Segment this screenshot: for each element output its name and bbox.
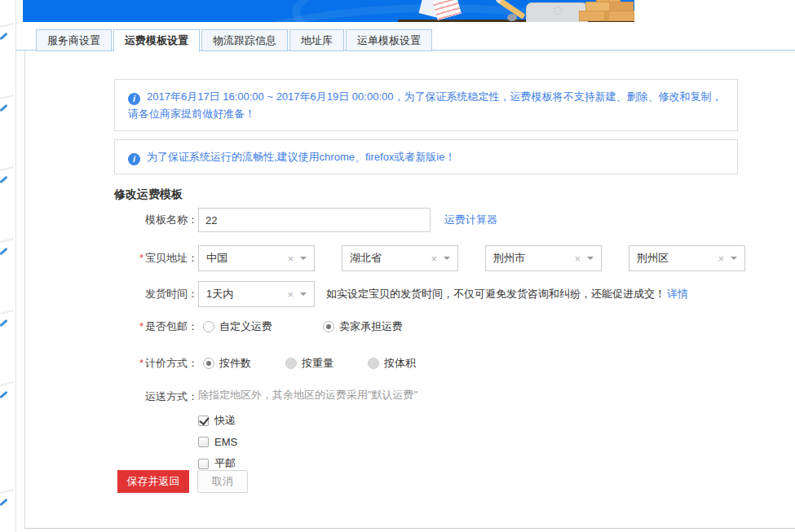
left-panel-sliver — [0, 0, 16, 532]
select-value: 荆州市 — [493, 251, 574, 266]
template-name-input[interactable] — [198, 208, 431, 232]
form-actions-row: 保存并返回 取消 — [114, 470, 248, 493]
chevron-down-icon[interactable] — [300, 292, 307, 299]
radio-icon[interactable] — [203, 321, 214, 332]
tab-shipping-template-settings[interactable]: 运费模板设置 — [113, 29, 200, 52]
system-maintenance-notice: i2017年6月17日 16:00:00 ~ 2017年6月19日 00:00:… — [114, 79, 738, 131]
item-address-label: *宝贝地址： — [114, 251, 198, 266]
shipping-method-options: 除指定地区外，其余地区的运费采用"默认运费" 快递 EMS 平邮 — [198, 388, 417, 471]
template-name-row: 模板名称： 运费计算器 — [114, 208, 497, 232]
shipping-method-label: 运送方式： — [114, 388, 198, 404]
divider-line — [0, 489, 14, 494]
radio-option-by-weight[interactable]: 按重量 — [280, 356, 333, 371]
address-select-city[interactable]: 荆州市 × — [485, 245, 602, 271]
info-icon: i — [128, 153, 140, 165]
laptop-logo — [554, 7, 562, 15]
divider-line — [0, 381, 14, 386]
radio-option-by-volume[interactable]: 按体积 — [363, 356, 416, 371]
box-illustration — [579, 11, 634, 21]
chevron-down-icon[interactable] — [300, 257, 307, 263]
select-value: 荆州区 — [637, 251, 718, 266]
tab-waybill-template-settings[interactable]: 运单模板设置 — [346, 29, 432, 51]
address-select-province[interactable]: 湖北省 × — [342, 245, 458, 271]
divider-line — [0, 23, 14, 28]
select-value: 1天内 — [206, 287, 287, 301]
free-shipping-label: *是否包邮： — [114, 319, 198, 334]
checkbox-icon-checked[interactable] — [198, 415, 209, 426]
divider-line — [0, 310, 14, 314]
select-value: 中国 — [206, 251, 287, 266]
radio-icon-disabled[interactable] — [368, 358, 379, 369]
clear-icon[interactable]: × — [431, 253, 437, 265]
clear-icon[interactable]: × — [718, 253, 724, 265]
tab-address-book[interactable]: 地址库 — [289, 29, 344, 51]
radio-icon-selected[interactable] — [203, 358, 214, 369]
checkbox-icon[interactable] — [198, 459, 209, 469]
radio-option-seller-pays-shipping[interactable]: 卖家承担运费 — [318, 319, 403, 334]
edit-icon — [0, 499, 8, 507]
hand-illustration — [507, 14, 517, 21]
radio-option-by-piece[interactable]: 按件数 — [198, 356, 251, 371]
tab-service-provider-settings[interactable]: 服务商设置 — [36, 29, 112, 51]
form-title: 修改运费模板 — [114, 187, 183, 202]
save-and-return-button[interactable]: 保存并返回 — [117, 470, 189, 493]
shipping-calculator-link[interactable]: 运费计算器 — [444, 213, 497, 227]
divider-line — [0, 238, 14, 243]
chevron-down-icon[interactable] — [587, 257, 594, 263]
chevron-down-icon[interactable] — [731, 257, 737, 263]
address-select-country[interactable]: 中国 × — [198, 245, 315, 271]
checkbox-option-ems[interactable]: EMS — [198, 436, 417, 448]
clear-icon[interactable]: × — [287, 253, 294, 265]
required-star: * — [139, 320, 144, 332]
tab-logistics-tracking-info[interactable]: 物流跟踪信息 — [201, 29, 288, 51]
checkbox-icon[interactable] — [198, 437, 209, 447]
settings-tabbar: 服务商设置 运费模板设置 物流跟踪信息 地址库 运单模板设置 — [36, 29, 432, 52]
shipping-method-row: 运送方式： 除指定地区外，其余地区的运费采用"默认运费" 快递 EMS 平邮 — [114, 388, 417, 471]
info-icon: i — [128, 93, 140, 105]
browser-recommendation-notice: i为了保证系统运行的流畅性,建议使用chrome、firefox或者新版ie！ — [114, 139, 738, 174]
delivery-time-label: 发货时间： — [114, 287, 198, 301]
edit-icon — [0, 391, 8, 399]
promo-banner — [23, 0, 634, 22]
delivery-time-row: 发货时间： 1天内 × 如实设定宝贝的发货时间，不仅可避免发货咨询和纠纷，还能促… — [114, 281, 688, 307]
pricing-method-row: *计价方式： 按件数 按重量 按体积 — [114, 356, 416, 371]
checkbox-option-surface-mail[interactable]: 平邮 — [198, 456, 417, 471]
notice-text: 2017年6月17日 16:00:00 ~ 2017年6月19日 00:00:0… — [128, 90, 722, 120]
clear-icon[interactable]: × — [574, 253, 581, 265]
select-value: 湖北省 — [350, 251, 431, 266]
required-star: * — [139, 357, 144, 369]
required-star: * — [139, 252, 144, 264]
details-link[interactable]: 详情 — [667, 287, 688, 301]
radio-icon-selected[interactable] — [323, 321, 334, 332]
pricing-method-label: *计价方式： — [114, 356, 198, 371]
radio-option-custom-shipping[interactable]: 自定义运费 — [198, 319, 272, 334]
notice-text: 为了保证系统运行的流畅性,建议使用chrome、firefox或者新版ie！ — [147, 151, 455, 163]
free-shipping-row: *是否包邮： 自定义运费 卖家承担运费 — [114, 319, 403, 334]
shipping-method-hint: 除指定地区外，其余地区的运费采用"默认运费" — [198, 388, 417, 402]
delivery-time-select[interactable]: 1天内 × — [198, 281, 315, 307]
edit-icon — [0, 33, 8, 41]
cancel-button[interactable]: 取消 — [197, 470, 248, 493]
chevron-down-icon[interactable] — [444, 257, 450, 263]
edit-icon — [0, 104, 8, 112]
address-select-district[interactable]: 荆州区 × — [629, 245, 745, 271]
edit-icon — [0, 248, 8, 256]
edit-icon — [0, 176, 8, 184]
divider-line — [0, 166, 14, 171]
divider-line — [0, 95, 14, 99]
item-address-row: *宝贝地址： 中国 × 湖北省 × 荆州市 × 荆州区 × — [114, 245, 745, 271]
template-name-label: 模板名称： — [114, 213, 198, 227]
radio-icon-disabled[interactable] — [285, 358, 297, 369]
checkbox-option-express[interactable]: 快递 — [198, 413, 417, 428]
clear-icon[interactable]: × — [287, 288, 294, 301]
delivery-time-hint: 如实设定宝贝的发货时间，不仅可避免发货咨询和纠纷，还能促进成交！ — [326, 287, 665, 301]
edit-icon — [0, 319, 8, 328]
